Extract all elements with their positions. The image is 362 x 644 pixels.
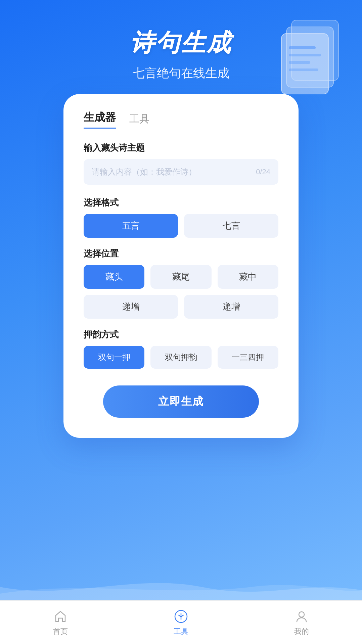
svg-rect-4 xyxy=(289,54,321,56)
format-wuyan-btn[interactable]: 五言 xyxy=(84,214,178,238)
bottom-nav: 首页 工具 我的 xyxy=(0,600,362,644)
svg-rect-3 xyxy=(289,46,316,49)
nav-tools[interactable]: 工具 xyxy=(173,608,189,637)
tab-tools[interactable]: 工具 xyxy=(129,112,149,129)
decoration-3d xyxy=(265,10,352,99)
position-zangwei-btn[interactable]: 藏尾 xyxy=(150,265,211,289)
rhyme-shuangjuyiya-btn[interactable]: 双句一押 xyxy=(84,346,144,369)
position-dijian2-btn[interactable]: 递增 xyxy=(184,295,278,319)
svg-rect-5 xyxy=(289,61,310,64)
text-input-area[interactable]: 请输入内容（如：我爱作诗） 0/24 xyxy=(84,159,278,185)
svg-point-9 xyxy=(299,612,304,617)
nav-home-label: 首页 xyxy=(53,627,68,637)
input-placeholder: 请输入内容（如：我爱作诗） xyxy=(92,167,196,177)
tools-icon xyxy=(173,608,189,625)
position-row1: 藏头 藏尾 藏中 xyxy=(84,265,278,289)
generate-btn-wrap: 立即生成 xyxy=(84,385,278,418)
format-options: 五言 七言 xyxy=(84,214,278,238)
rhyme-shuangjuyayun-btn[interactable]: 双句押韵 xyxy=(150,346,211,369)
user-icon xyxy=(293,608,310,625)
position-row2: 递增 递增 xyxy=(84,295,278,319)
rhyme-options: 双句一押 双句押韵 一三四押 xyxy=(84,346,278,369)
home-icon xyxy=(52,608,69,625)
tabs-bar: 生成器 工具 xyxy=(84,110,278,129)
nav-home[interactable]: 首页 xyxy=(52,608,69,637)
input-section-label: 输入藏头诗主题 xyxy=(84,142,278,154)
format-section-label: 选择格式 xyxy=(84,197,278,209)
generate-button[interactable]: 立即生成 xyxy=(103,385,259,418)
tab-generator[interactable]: 生成器 xyxy=(84,110,116,129)
svg-rect-6 xyxy=(289,68,318,71)
position-section-label: 选择位置 xyxy=(84,248,278,260)
nav-user[interactable]: 我的 xyxy=(293,608,310,637)
position-zangtou-btn[interactable]: 藏头 xyxy=(84,265,144,289)
nav-user-label: 我的 xyxy=(294,627,309,637)
rhyme-section-label: 押韵方式 xyxy=(84,329,278,340)
main-card: 生成器 工具 输入藏头诗主题 请输入内容（如：我爱作诗） 0/24 选择格式 五… xyxy=(63,94,299,438)
wave-decoration xyxy=(0,573,362,600)
position-zangzhong-btn[interactable]: 藏中 xyxy=(218,265,278,289)
input-count: 0/24 xyxy=(256,168,270,176)
position-dijian1-btn[interactable]: 递增 xyxy=(84,295,178,319)
rhyme-yisansi-btn[interactable]: 一三四押 xyxy=(218,346,278,369)
nav-tools-label: 工具 xyxy=(174,627,188,637)
format-qiyan-btn[interactable]: 七言 xyxy=(184,214,278,238)
